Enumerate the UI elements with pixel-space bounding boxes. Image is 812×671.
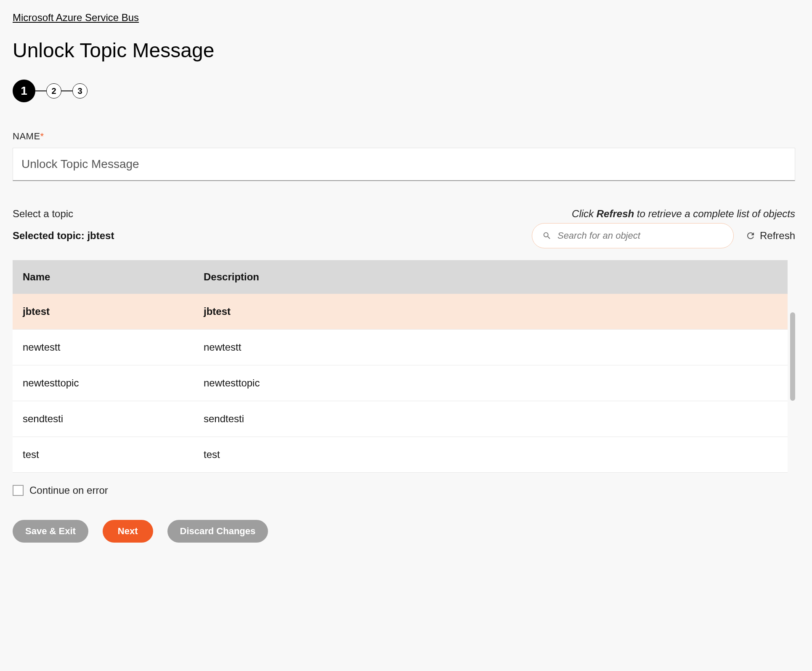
page-title: Unlock Topic Message [13, 39, 795, 62]
search-input[interactable] [552, 230, 723, 241]
table-row[interactable]: jbtestjbtest [13, 294, 788, 330]
cell-name: sendtesti [13, 401, 194, 437]
refresh-hint: Click Refresh to retrieve a complete lis… [572, 208, 795, 220]
name-field-label: NAME* [13, 131, 795, 142]
step-connector [61, 91, 72, 91]
step-indicator: 1 2 3 [13, 80, 795, 102]
topic-table: Name Description jbtestjbtestnewtesttnew… [13, 260, 795, 473]
cell-description: jbtest [194, 294, 788, 330]
footer-buttons: Save & Exit Next Discard Changes [13, 520, 795, 543]
selected-topic-label: Selected topic: jbtest [13, 230, 520, 242]
next-button[interactable]: Next [103, 520, 153, 543]
step-connector [35, 91, 46, 91]
select-topic-label: Select a topic [13, 208, 73, 220]
save-exit-button[interactable]: Save & Exit [13, 520, 88, 543]
continue-on-error-label: Continue on error [29, 485, 108, 496]
cell-name: newtesttopic [13, 365, 194, 401]
table-row[interactable]: newtesttopicnewtesttopic [13, 365, 788, 401]
search-field[interactable] [532, 223, 734, 248]
name-input[interactable] [13, 148, 795, 181]
table-row[interactable]: sendtestisendtesti [13, 401, 788, 437]
discard-changes-button[interactable]: Discard Changes [167, 520, 268, 543]
table-header-row: Name Description [13, 260, 788, 294]
refresh-button[interactable]: Refresh [746, 230, 795, 242]
search-icon [542, 231, 552, 240]
cell-description: test [194, 437, 788, 473]
table-row[interactable]: newtesttnewtestt [13, 330, 788, 365]
cell-name: jbtest [13, 294, 194, 330]
refresh-label: Refresh [760, 230, 795, 242]
cell-description: newtesttopic [194, 365, 788, 401]
cell-description: sendtesti [194, 401, 788, 437]
column-header-name[interactable]: Name [13, 260, 194, 294]
cell-name: test [13, 437, 194, 473]
step-3[interactable]: 3 [72, 83, 88, 99]
table-row[interactable]: testtest [13, 437, 788, 473]
cell-name: newtestt [13, 330, 194, 365]
step-1[interactable]: 1 [13, 80, 35, 102]
column-header-description[interactable]: Description [194, 260, 788, 294]
required-mark: * [40, 131, 44, 141]
continue-on-error-checkbox[interactable] [13, 485, 24, 496]
table-scrollbar[interactable] [788, 296, 795, 473]
step-2[interactable]: 2 [46, 83, 61, 99]
scrollbar-thumb[interactable] [790, 312, 795, 401]
cell-description: newtestt [194, 330, 788, 365]
breadcrumb-link[interactable]: Microsoft Azure Service Bus [13, 12, 139, 24]
refresh-icon [746, 231, 756, 241]
